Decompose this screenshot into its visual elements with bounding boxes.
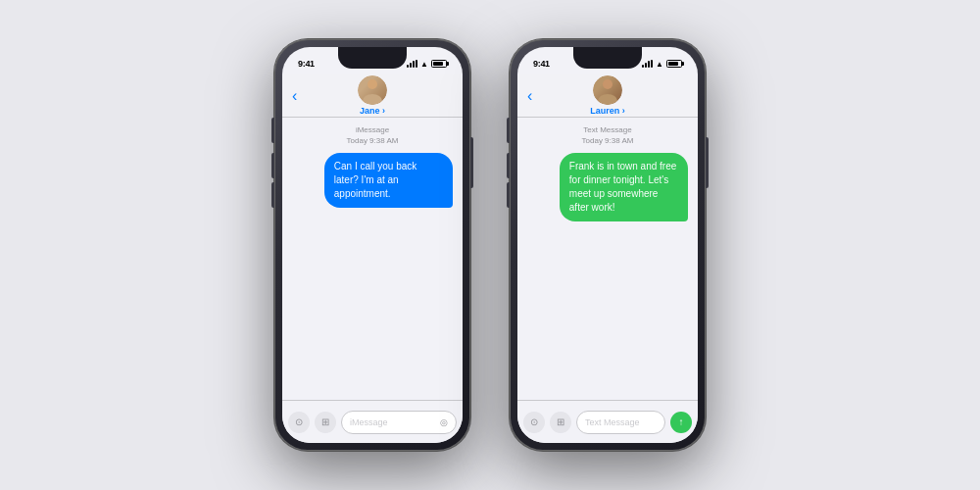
avatar-jane[interactable] xyxy=(358,75,387,105)
message-bubble-lauren: Frank is in town and free for dinner ton… xyxy=(560,153,688,221)
signal-bars-jane xyxy=(407,60,417,68)
apps-button-jane[interactable]: ⊞ xyxy=(315,412,336,433)
battery-lauren xyxy=(666,60,682,68)
notch-lauren xyxy=(573,47,642,69)
send-button-lauren[interactable]: ↑ xyxy=(670,412,692,433)
camera-icon-jane: ⊙ xyxy=(295,416,303,427)
back-button-lauren[interactable]: ‹ xyxy=(527,87,532,105)
nav-bar-lauren: ‹ Lauren › xyxy=(517,74,698,118)
phone-screen-jane: 9:41 ▲ ‹ Jane › iMessage xyxy=(282,47,463,443)
notch-jane xyxy=(338,47,407,69)
status-icons-lauren: ▲ xyxy=(642,60,682,69)
message-input-lauren[interactable]: Text Message xyxy=(576,411,665,434)
wifi-icon-lauren: ▲ xyxy=(656,60,663,69)
phone-jane: 9:41 ▲ ‹ Jane › iMessage xyxy=(274,39,470,451)
signal-bars-lauren xyxy=(642,60,653,68)
message-time-lauren: Today 9:38 AM xyxy=(582,136,634,145)
message-area-jane: iMessage Today 9:38 AM Can I call you ba… xyxy=(282,118,463,400)
camera-button-jane[interactable]: ⊙ xyxy=(288,412,310,433)
nav-center-jane: Jane › xyxy=(358,75,387,116)
phone-lauren: 9:41 ▲ ‹ Lauren › Text Me xyxy=(510,39,706,451)
send-icon-lauren: ↑ xyxy=(679,416,684,427)
nav-bar-jane: ‹ Jane › xyxy=(282,74,463,118)
input-placeholder-lauren: Text Message xyxy=(585,417,657,427)
battery-fill-jane xyxy=(433,62,443,66)
message-bubble-jane: Can I call you back later? I'm at an app… xyxy=(324,153,453,208)
message-area-lauren: Text Message Today 9:38 AM Frank is in t… xyxy=(517,118,698,400)
camera-button-lauren[interactable]: ⊙ xyxy=(523,412,545,433)
nav-center-lauren: Lauren › xyxy=(590,75,625,116)
message-type-lauren: Text Message xyxy=(583,125,631,134)
input-bar-lauren: ⊙ ⊞ Text Message ↑ xyxy=(517,400,698,443)
apps-icon-jane: ⊞ xyxy=(321,416,329,427)
phone-screen-lauren: 9:41 ▲ ‹ Lauren › Text Me xyxy=(517,47,698,443)
status-time-jane: 9:41 xyxy=(298,59,315,69)
status-time-lauren: 9:41 xyxy=(533,59,550,69)
message-time-jane: Today 9:38 AM xyxy=(347,136,399,145)
message-type-jane: iMessage xyxy=(356,125,389,134)
apps-icon-lauren: ⊞ xyxy=(557,416,564,427)
battery-fill-lauren xyxy=(668,62,678,66)
contact-name-jane[interactable]: Jane › xyxy=(360,106,385,116)
apps-button-lauren[interactable]: ⊞ xyxy=(550,412,571,433)
avatar-image-lauren xyxy=(593,75,622,105)
mic-icon-jane: ◎ xyxy=(440,417,448,427)
back-button-jane[interactable]: ‹ xyxy=(292,87,297,105)
avatar-lauren[interactable] xyxy=(593,75,622,105)
battery-jane xyxy=(431,60,447,68)
status-icons-jane: ▲ xyxy=(407,60,447,69)
input-bar-jane: ⊙ ⊞ iMessage ◎ xyxy=(282,400,463,443)
wifi-icon-jane: ▲ xyxy=(420,60,428,69)
message-input-jane[interactable]: iMessage ◎ xyxy=(341,411,457,434)
avatar-image-jane xyxy=(358,75,387,105)
camera-icon-lauren: ⊙ xyxy=(530,416,538,427)
contact-name-lauren[interactable]: Lauren › xyxy=(590,106,625,116)
input-placeholder-jane: iMessage xyxy=(350,417,440,427)
